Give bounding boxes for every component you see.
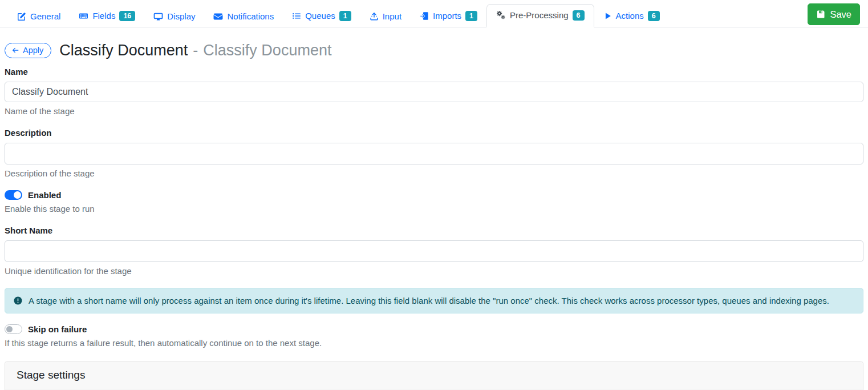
short-name-field-group: Short Name Unique identification for the… <box>5 226 863 276</box>
toggle-knob <box>14 191 21 199</box>
short-name-info-text: A stage with a short name will only proc… <box>29 296 829 305</box>
apply-button-label: Apply <box>23 46 43 55</box>
file-import-icon <box>420 11 429 21</box>
skip-toggle-row: Skip on failure <box>5 324 863 334</box>
description-help: Description of the stage <box>5 168 863 178</box>
toggle-knob <box>6 326 13 332</box>
skip-on-failure-group: Skip on failure If this stage returns a … <box>5 324 863 348</box>
apply-button[interactable]: Apply <box>5 43 51 58</box>
save-button[interactable]: Save <box>808 3 860 25</box>
tab-label: General <box>30 11 60 21</box>
tab-queues[interactable]: Queues 1 <box>283 5 360 27</box>
upload-icon <box>370 12 379 21</box>
tab-badge: 1 <box>465 11 477 22</box>
description-input[interactable] <box>5 143 863 164</box>
tab-fields[interactable]: Fields 16 <box>70 5 144 27</box>
tab-label: Notifications <box>227 11 274 21</box>
display-icon <box>153 12 163 21</box>
tab-badge: 16 <box>119 11 135 22</box>
tab-input[interactable]: Input <box>360 6 411 27</box>
enabled-toggle[interactable] <box>5 190 22 200</box>
title-separator: - <box>193 42 198 59</box>
page-header: Apply Classify Document - Classify Docum… <box>5 42 863 59</box>
stage-title: Classify Document <box>59 42 188 59</box>
tab-general[interactable]: General <box>8 6 70 27</box>
short-name-help: Unique identification for the stage <box>5 266 863 276</box>
tab-label: Pre-Processing <box>510 10 569 20</box>
enabled-help: Enable this stage to run <box>5 204 863 214</box>
stage-settings-card: Stage settings <box>5 361 863 390</box>
pencil-square-icon <box>17 12 26 21</box>
tab-notifications[interactable]: Notifications <box>204 6 283 27</box>
short-name-label: Short Name <box>5 226 863 235</box>
pre-processing-panel: Apply Classify Document - Classify Docum… <box>0 42 868 390</box>
name-field-group: Name Name of the stage <box>5 67 863 116</box>
tab-label: Actions <box>616 11 644 21</box>
keyboard-icon <box>79 11 88 21</box>
stage-subtitle: Classify Document <box>203 42 331 59</box>
enabled-toggle-row: Enabled <box>5 190 863 200</box>
short-name-info-alert: A stage with a short name will only proc… <box>5 288 863 313</box>
skip-on-failure-toggle[interactable] <box>5 324 22 334</box>
tab-imports[interactable]: Imports 1 <box>411 5 486 27</box>
name-help: Name of the stage <box>5 106 863 116</box>
play-icon <box>603 11 612 21</box>
name-input[interactable] <box>5 82 863 102</box>
description-label: Description <box>5 128 863 138</box>
list-icon <box>292 11 301 21</box>
envelope-icon <box>213 12 223 21</box>
enabled-group: Enabled Enable this stage to run <box>5 190 863 214</box>
tab-label: Fields <box>92 11 115 21</box>
tab-badge: 6 <box>573 10 585 21</box>
name-label: Name <box>5 67 863 77</box>
tab-label: Queues <box>305 11 335 21</box>
short-name-input[interactable] <box>5 240 863 262</box>
tab-label: Input <box>383 11 401 21</box>
exclamation-circle-icon <box>13 296 23 305</box>
skip-on-failure-label: Skip on failure <box>28 324 87 334</box>
tab-pre-processing[interactable]: Pre-Processing 6 <box>486 4 594 28</box>
gears-icon <box>496 10 506 20</box>
page-title: Classify Document - Classify Document <box>59 42 331 59</box>
tab-actions[interactable]: Actions 6 <box>594 5 669 27</box>
enabled-label: Enabled <box>28 190 61 200</box>
save-button-label: Save <box>830 9 851 20</box>
tab-display[interactable]: Display <box>144 6 204 27</box>
description-field-group: Description Description of the stage <box>5 128 863 178</box>
floppy-save-icon <box>816 10 825 19</box>
tab-bar: General Fields 16 Display Notifications … <box>0 0 868 27</box>
stage-settings-title: Stage settings <box>5 361 863 389</box>
tab-badge: 6 <box>648 11 660 22</box>
tab-label: Display <box>167 11 195 21</box>
skip-on-failure-help: If this stage returns a failure result, … <box>5 338 863 348</box>
arrow-left-icon <box>11 46 19 54</box>
tab-badge: 1 <box>339 11 351 22</box>
tab-label: Imports <box>433 11 461 21</box>
